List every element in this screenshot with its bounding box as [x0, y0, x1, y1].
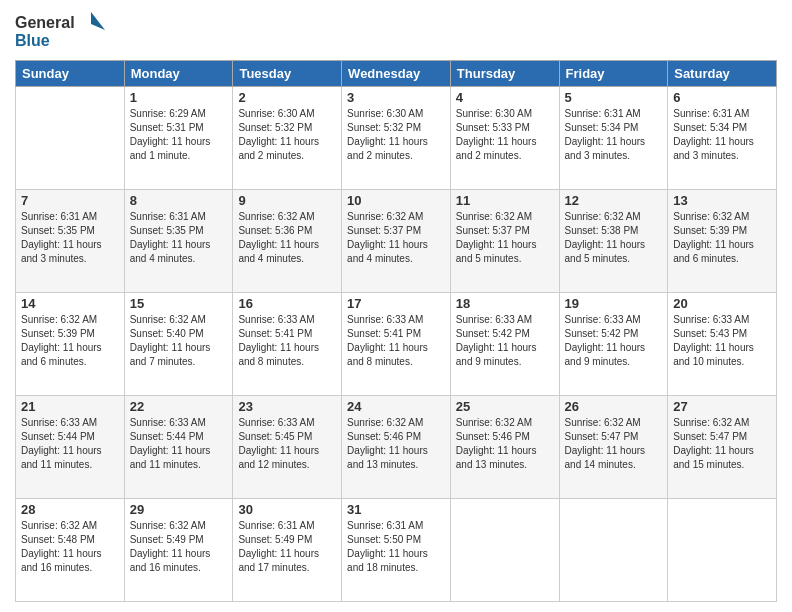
calendar-cell: 3Sunrise: 6:30 AM Sunset: 5:32 PM Daylig… — [342, 87, 451, 190]
day-number: 31 — [347, 502, 445, 517]
page: General Blue SundayMondayTuesdayWednesda… — [0, 0, 792, 612]
calendar-table: SundayMondayTuesdayWednesdayThursdayFrid… — [15, 60, 777, 602]
day-number: 5 — [565, 90, 663, 105]
week-row-2: 7Sunrise: 6:31 AM Sunset: 5:35 PM Daylig… — [16, 190, 777, 293]
cell-info: Sunrise: 6:31 AM Sunset: 5:34 PM Dayligh… — [673, 107, 771, 163]
day-number: 2 — [238, 90, 336, 105]
cell-info: Sunrise: 6:30 AM Sunset: 5:32 PM Dayligh… — [238, 107, 336, 163]
calendar-cell: 24Sunrise: 6:32 AM Sunset: 5:46 PM Dayli… — [342, 396, 451, 499]
cell-info: Sunrise: 6:32 AM Sunset: 5:47 PM Dayligh… — [673, 416, 771, 472]
calendar-cell: 10Sunrise: 6:32 AM Sunset: 5:37 PM Dayli… — [342, 190, 451, 293]
cell-info: Sunrise: 6:32 AM Sunset: 5:37 PM Dayligh… — [347, 210, 445, 266]
cell-info: Sunrise: 6:31 AM Sunset: 5:35 PM Dayligh… — [21, 210, 119, 266]
week-row-4: 21Sunrise: 6:33 AM Sunset: 5:44 PM Dayli… — [16, 396, 777, 499]
calendar-cell — [450, 499, 559, 602]
calendar-cell: 17Sunrise: 6:33 AM Sunset: 5:41 PM Dayli… — [342, 293, 451, 396]
cell-info: Sunrise: 6:33 AM Sunset: 5:41 PM Dayligh… — [347, 313, 445, 369]
day-number: 15 — [130, 296, 228, 311]
day-number: 1 — [130, 90, 228, 105]
day-header-sunday: Sunday — [16, 61, 125, 87]
calendar-cell: 21Sunrise: 6:33 AM Sunset: 5:44 PM Dayli… — [16, 396, 125, 499]
day-number: 23 — [238, 399, 336, 414]
cell-info: Sunrise: 6:32 AM Sunset: 5:38 PM Dayligh… — [565, 210, 663, 266]
cell-info: Sunrise: 6:33 AM Sunset: 5:44 PM Dayligh… — [21, 416, 119, 472]
day-header-monday: Monday — [124, 61, 233, 87]
day-header-friday: Friday — [559, 61, 668, 87]
cell-info: Sunrise: 6:32 AM Sunset: 5:37 PM Dayligh… — [456, 210, 554, 266]
cell-info: Sunrise: 6:32 AM Sunset: 5:49 PM Dayligh… — [130, 519, 228, 575]
day-number: 14 — [21, 296, 119, 311]
cell-info: Sunrise: 6:33 AM Sunset: 5:45 PM Dayligh… — [238, 416, 336, 472]
day-number: 12 — [565, 193, 663, 208]
day-number: 27 — [673, 399, 771, 414]
calendar-cell: 31Sunrise: 6:31 AM Sunset: 5:50 PM Dayli… — [342, 499, 451, 602]
day-number: 16 — [238, 296, 336, 311]
cell-info: Sunrise: 6:33 AM Sunset: 5:42 PM Dayligh… — [565, 313, 663, 369]
cell-info: Sunrise: 6:32 AM Sunset: 5:36 PM Dayligh… — [238, 210, 336, 266]
day-header-thursday: Thursday — [450, 61, 559, 87]
day-number: 9 — [238, 193, 336, 208]
day-number: 11 — [456, 193, 554, 208]
cell-info: Sunrise: 6:31 AM Sunset: 5:35 PM Dayligh… — [130, 210, 228, 266]
calendar-cell: 1Sunrise: 6:29 AM Sunset: 5:31 PM Daylig… — [124, 87, 233, 190]
cell-info: Sunrise: 6:33 AM Sunset: 5:41 PM Dayligh… — [238, 313, 336, 369]
cell-info: Sunrise: 6:32 AM Sunset: 5:39 PM Dayligh… — [673, 210, 771, 266]
calendar-cell: 15Sunrise: 6:32 AM Sunset: 5:40 PM Dayli… — [124, 293, 233, 396]
cell-info: Sunrise: 6:33 AM Sunset: 5:43 PM Dayligh… — [673, 313, 771, 369]
calendar-cell — [559, 499, 668, 602]
logo: General Blue — [15, 10, 105, 52]
calendar-cell: 25Sunrise: 6:32 AM Sunset: 5:46 PM Dayli… — [450, 396, 559, 499]
week-row-5: 28Sunrise: 6:32 AM Sunset: 5:48 PM Dayli… — [16, 499, 777, 602]
day-header-wednesday: Wednesday — [342, 61, 451, 87]
cell-info: Sunrise: 6:32 AM Sunset: 5:48 PM Dayligh… — [21, 519, 119, 575]
calendar-cell: 8Sunrise: 6:31 AM Sunset: 5:35 PM Daylig… — [124, 190, 233, 293]
day-number: 10 — [347, 193, 445, 208]
day-number: 7 — [21, 193, 119, 208]
calendar-cell: 19Sunrise: 6:33 AM Sunset: 5:42 PM Dayli… — [559, 293, 668, 396]
svg-text:Blue: Blue — [15, 32, 50, 49]
calendar-cell: 14Sunrise: 6:32 AM Sunset: 5:39 PM Dayli… — [16, 293, 125, 396]
day-number: 3 — [347, 90, 445, 105]
cell-info: Sunrise: 6:33 AM Sunset: 5:42 PM Dayligh… — [456, 313, 554, 369]
day-number: 8 — [130, 193, 228, 208]
calendar-cell: 4Sunrise: 6:30 AM Sunset: 5:33 PM Daylig… — [450, 87, 559, 190]
calendar-cell: 7Sunrise: 6:31 AM Sunset: 5:35 PM Daylig… — [16, 190, 125, 293]
calendar-cell: 9Sunrise: 6:32 AM Sunset: 5:36 PM Daylig… — [233, 190, 342, 293]
day-number: 25 — [456, 399, 554, 414]
day-number: 18 — [456, 296, 554, 311]
calendar-cell: 16Sunrise: 6:33 AM Sunset: 5:41 PM Dayli… — [233, 293, 342, 396]
svg-marker-2 — [91, 12, 105, 30]
calendar-cell: 30Sunrise: 6:31 AM Sunset: 5:49 PM Dayli… — [233, 499, 342, 602]
cell-info: Sunrise: 6:32 AM Sunset: 5:40 PM Dayligh… — [130, 313, 228, 369]
cell-info: Sunrise: 6:30 AM Sunset: 5:33 PM Dayligh… — [456, 107, 554, 163]
calendar-header-row: SundayMondayTuesdayWednesdayThursdayFrid… — [16, 61, 777, 87]
header: General Blue — [15, 10, 777, 52]
day-number: 26 — [565, 399, 663, 414]
calendar-cell: 2Sunrise: 6:30 AM Sunset: 5:32 PM Daylig… — [233, 87, 342, 190]
day-number: 24 — [347, 399, 445, 414]
svg-text:General: General — [15, 14, 75, 31]
day-header-saturday: Saturday — [668, 61, 777, 87]
day-number: 13 — [673, 193, 771, 208]
calendar-cell: 27Sunrise: 6:32 AM Sunset: 5:47 PM Dayli… — [668, 396, 777, 499]
calendar-cell: 23Sunrise: 6:33 AM Sunset: 5:45 PM Dayli… — [233, 396, 342, 499]
cell-info: Sunrise: 6:32 AM Sunset: 5:46 PM Dayligh… — [347, 416, 445, 472]
week-row-1: 1Sunrise: 6:29 AM Sunset: 5:31 PM Daylig… — [16, 87, 777, 190]
cell-info: Sunrise: 6:32 AM Sunset: 5:47 PM Dayligh… — [565, 416, 663, 472]
cell-info: Sunrise: 6:29 AM Sunset: 5:31 PM Dayligh… — [130, 107, 228, 163]
day-number: 28 — [21, 502, 119, 517]
calendar-cell: 5Sunrise: 6:31 AM Sunset: 5:34 PM Daylig… — [559, 87, 668, 190]
day-header-tuesday: Tuesday — [233, 61, 342, 87]
day-number: 17 — [347, 296, 445, 311]
day-number: 6 — [673, 90, 771, 105]
cell-info: Sunrise: 6:31 AM Sunset: 5:50 PM Dayligh… — [347, 519, 445, 575]
calendar-cell: 18Sunrise: 6:33 AM Sunset: 5:42 PM Dayli… — [450, 293, 559, 396]
cell-info: Sunrise: 6:32 AM Sunset: 5:46 PM Dayligh… — [456, 416, 554, 472]
day-number: 19 — [565, 296, 663, 311]
cell-info: Sunrise: 6:30 AM Sunset: 5:32 PM Dayligh… — [347, 107, 445, 163]
calendar-cell: 6Sunrise: 6:31 AM Sunset: 5:34 PM Daylig… — [668, 87, 777, 190]
calendar-cell: 28Sunrise: 6:32 AM Sunset: 5:48 PM Dayli… — [16, 499, 125, 602]
day-number: 30 — [238, 502, 336, 517]
calendar-cell: 11Sunrise: 6:32 AM Sunset: 5:37 PM Dayli… — [450, 190, 559, 293]
day-number: 4 — [456, 90, 554, 105]
